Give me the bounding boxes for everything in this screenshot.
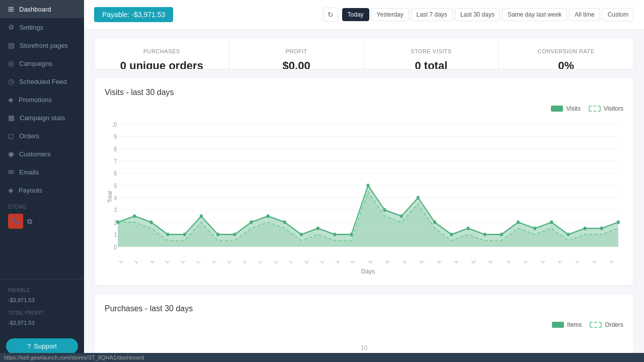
campaigns-icon: ◎ bbox=[8, 59, 14, 67]
orders-legend-label: Orders bbox=[605, 321, 623, 328]
visit-point-8 bbox=[250, 220, 253, 224]
visit-point-9 bbox=[267, 214, 270, 218]
status-url: https://sell.gearlaunch.com/stores/ST_8Q… bbox=[4, 354, 144, 360]
stat-label-3: CONVERSION RATE bbox=[509, 48, 623, 54]
visit-point-12 bbox=[316, 226, 319, 230]
visit-point-2 bbox=[149, 220, 152, 224]
x-axis-label: Days bbox=[113, 268, 623, 275]
storefront-pages-icon: ▤ bbox=[8, 41, 15, 49]
items-legend-solid bbox=[552, 322, 564, 328]
visits-chart-legend: Visits Visitors bbox=[105, 105, 623, 112]
filter-yesterday-button[interactable]: Yesterday bbox=[371, 8, 409, 21]
x-axis-date-21: 07 May bbox=[453, 261, 467, 264]
stat-card-3: CONVERSION RATE 0% bbox=[499, 38, 633, 69]
sidebar-item-promotions[interactable]: ◈Promotions bbox=[0, 90, 84, 109]
sidebar-item-orders[interactable]: ◻Orders bbox=[0, 127, 84, 145]
svg-text:6: 6 bbox=[114, 170, 117, 177]
visitors-area bbox=[118, 192, 618, 247]
sidebar-financials: PAYABLE -$3,971.53 TOTAL PROFIT -$3,971.… bbox=[0, 279, 84, 334]
filter-last-7-days-button[interactable]: Last 7 days bbox=[411, 8, 453, 21]
x-axis-date-10: 26 Apr bbox=[273, 261, 285, 264]
visit-point-24 bbox=[517, 220, 520, 224]
stats-row: PURCHASES 0 unique orders 0 items PROFIT… bbox=[94, 38, 634, 69]
sidebar-item-customers[interactable]: ◉Customers bbox=[0, 145, 84, 163]
x-axis-date-11: 27 Apr bbox=[288, 261, 300, 264]
support-icon: ? bbox=[27, 342, 31, 350]
sidebar-item-emails[interactable]: ✉Emails bbox=[0, 163, 84, 181]
x-axis-date-22: 08 May bbox=[470, 261, 485, 264]
scheduled-feed-icon: ◷ bbox=[8, 77, 14, 85]
sidebar-item-settings[interactable]: ⚙Settings bbox=[0, 18, 84, 36]
x-axis-date-15: 01 May bbox=[350, 261, 364, 264]
campaign-stats-icon: ▦ bbox=[8, 114, 15, 122]
sidebar-item-scheduled-feed[interactable]: ◷Scheduled Feed bbox=[0, 72, 84, 90]
filter-today-button[interactable]: Today bbox=[342, 8, 369, 21]
stat-label-2: STORE VISITS bbox=[374, 48, 489, 54]
payouts-icon: ◈ bbox=[8, 186, 14, 194]
visit-point-22 bbox=[484, 233, 487, 236]
purchases-chart-legend: Items Orders bbox=[105, 321, 623, 328]
x-axis-date-25: 11 May bbox=[522, 261, 536, 264]
x-axis-date-17: 03 May bbox=[384, 261, 398, 264]
svg-text:10: 10 bbox=[113, 121, 117, 128]
payable-value: -$3,971.53 bbox=[8, 297, 35, 303]
visits-legend-item: Visits bbox=[551, 105, 580, 112]
sidebar-item-campaigns[interactable]: ◎Campaigns bbox=[0, 54, 84, 72]
store-external-link-icon[interactable]: ⧉ bbox=[27, 217, 32, 226]
support-button[interactable]: ? Support bbox=[6, 338, 78, 354]
visit-point-13 bbox=[333, 233, 336, 236]
purchases-chart-title: Purchases - last 30 days bbox=[105, 304, 623, 313]
x-axis-date-16: 02 May bbox=[367, 261, 381, 264]
visit-point-21 bbox=[466, 226, 469, 230]
stat-card-0: PURCHASES 0 unique orders 0 items bbox=[95, 38, 229, 69]
visit-point-16 bbox=[383, 208, 386, 212]
visitors-legend-item: Visitors bbox=[589, 105, 623, 112]
x-axis-date-1: 17 Apr bbox=[133, 261, 146, 264]
dashboard-icon: ⊞ bbox=[8, 5, 14, 13]
settings-label: Settings bbox=[20, 24, 43, 31]
x-axis-date-24: 10 May bbox=[505, 261, 519, 264]
orders-icon: ◻ bbox=[8, 132, 14, 140]
visits-legend-solid bbox=[551, 106, 563, 112]
visit-point-27 bbox=[567, 233, 570, 236]
svg-text:1: 1 bbox=[114, 231, 117, 238]
x-axis-date-6: 22 Apr bbox=[211, 261, 223, 264]
svg-text:0: 0 bbox=[114, 244, 117, 250]
items-legend-label: Items bbox=[567, 321, 582, 328]
x-axis-date-20: 06 May bbox=[436, 261, 450, 264]
x-axis-dates: 16 Apr17 Apr18 Apr19 Apr20 Apr21 Apr22 A… bbox=[113, 261, 623, 266]
filter-all-time-button[interactable]: All time bbox=[569, 8, 600, 21]
emails-icon: ✉ bbox=[8, 168, 14, 176]
stat-value-2: 0 total bbox=[374, 59, 489, 69]
filter-last-30-days-button[interactable]: Last 30 days bbox=[455, 8, 500, 21]
sidebar-item-dashboard[interactable]: ⊞Dashboard bbox=[0, 0, 84, 18]
sidebar-item-payouts[interactable]: ◈Payouts bbox=[0, 181, 84, 199]
x-axis-date-9: 25 Apr bbox=[257, 261, 270, 264]
visit-point-14 bbox=[350, 233, 353, 236]
promotions-label: Promotions bbox=[19, 96, 52, 104]
header: Payable: -$3,971.53 ↻ TodayYesterdayLast… bbox=[84, 0, 644, 30]
sidebar-item-campaign-stats[interactable]: ▦Campaign stats bbox=[0, 109, 84, 127]
x-axis-date-23: 09 May bbox=[488, 261, 502, 264]
x-axis-date-26: 12 May bbox=[539, 261, 553, 264]
visit-point-10 bbox=[283, 220, 286, 224]
orders-legend-item: Orders bbox=[590, 321, 623, 328]
sidebar-item-storefront-pages[interactable]: ▤Storefront pages bbox=[0, 36, 84, 54]
svg-text:9: 9 bbox=[114, 134, 117, 140]
visitors-legend-label: Visitors bbox=[604, 105, 623, 112]
payable-meta: PAYABLE -$3,971.53 bbox=[8, 286, 76, 306]
refresh-button[interactable]: ↻ bbox=[323, 8, 338, 22]
items-legend-item: Items bbox=[552, 321, 582, 328]
x-axis-date-14: 30 Apr bbox=[335, 261, 347, 264]
filter-same-day-last-week-button[interactable]: Same day last week bbox=[502, 8, 567, 21]
visit-point-20 bbox=[450, 233, 453, 236]
scheduled-feed-label: Scheduled Feed bbox=[19, 78, 67, 85]
x-axis-date-27: 13 May bbox=[556, 261, 571, 264]
visitors-legend-dashed bbox=[589, 106, 601, 112]
filter-custom-button[interactable]: Custom bbox=[602, 8, 634, 21]
stat-value-0: 0 unique orders bbox=[105, 59, 219, 69]
x-axis-date-29: 15 May bbox=[591, 261, 605, 264]
storefront-pages-label: Storefront pages bbox=[20, 42, 68, 49]
y-axis-label: Total bbox=[105, 118, 113, 275]
visit-point-28 bbox=[583, 226, 586, 230]
